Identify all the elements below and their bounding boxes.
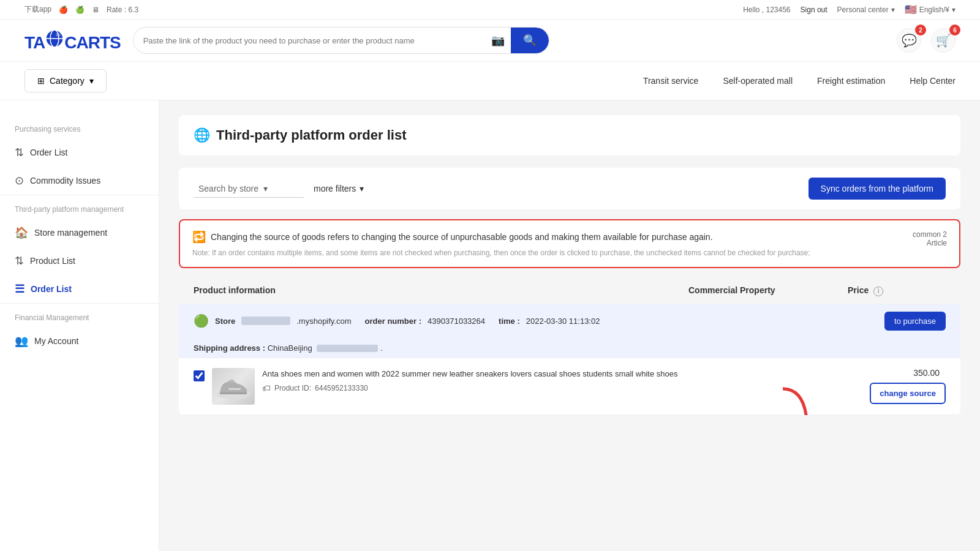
time-value: 2022-03-30 11:13:02 — [526, 317, 600, 326]
content-area: 🌐 Third-party platform order list Search… — [159, 100, 980, 551]
order-row-header-left: 🟢 Store .myshopify.com order number : 43… — [194, 313, 600, 328]
sidebar-section-title-thirdparty: Third-party platform management — [0, 200, 159, 219]
header-icons: 💬 2 🛒 6 — [897, 28, 956, 53]
nav-transit-service[interactable]: Transit service — [643, 66, 699, 96]
product-checkbox[interactable] — [194, 370, 205, 381]
alert-side-label2: Article — [913, 239, 947, 247]
alert-main: 🔁 Changing the source of goods refers to… — [192, 230, 900, 257]
sidebar-section-title-purchasing: Purchasing services — [0, 120, 159, 138]
svg-point-4 — [56, 33, 61, 37]
alert-side-label1: common 2 — [913, 230, 947, 239]
product-image — [212, 368, 255, 405]
page-title-row: 🌐 Third-party platform order list — [179, 115, 960, 156]
store-domain: .myshopify.com — [296, 317, 351, 326]
store-management-icon: 🏠 — [15, 226, 28, 239]
col-commercial-property: Commercial Property — [688, 285, 848, 296]
flag-icon: 🇺🇸 — [905, 4, 917, 15]
message-icon-badge[interactable]: 💬 2 — [897, 28, 921, 53]
main-layout: Purchasing services ⇅ Order List ⊙ Commo… — [0, 100, 980, 551]
shipping-blur — [317, 345, 378, 352]
nav-links: Transit service Self-operated mall Freig… — [643, 66, 956, 96]
sign-out-link[interactable]: Sign out — [801, 6, 827, 14]
product-id-row: 🏷 Product ID: 6445952133330 — [262, 383, 688, 393]
sidebar-item-my-account[interactable]: 👥 My Account — [0, 327, 159, 355]
download-app-label[interactable]: 下载app — [24, 4, 51, 15]
svg-rect-6 — [228, 388, 241, 390]
logo-ta: TA — [24, 33, 45, 52]
order-list-icon: ⇅ — [15, 146, 24, 159]
col-price: Price i — [848, 285, 946, 296]
table-header: Product information Commercial Property … — [179, 278, 960, 304]
logo[interactable]: TACARTS — [24, 29, 121, 53]
to-purchase-button[interactable]: to purchase — [884, 312, 946, 331]
chevron-down-icon: ▾ — [891, 6, 895, 14]
category-label: Category — [50, 76, 85, 86]
alert-title: 🔁 Changing the source of goods refers to… — [192, 230, 900, 244]
sidebar-item-product-list[interactable]: ⇅ Product List — [0, 247, 159, 275]
grid-icon: ⊞ — [37, 76, 45, 86]
search-button[interactable]: 🔍 — [511, 28, 549, 53]
page-title: Third-party platform order list — [216, 127, 406, 143]
alert-side: common 2 Article — [900, 230, 947, 247]
top-bar-right: Hello , 123456 Sign out Personal center … — [743, 4, 956, 15]
page-globe-icon: 🌐 — [194, 127, 210, 143]
sidebar-item-order-list[interactable]: ⇅ Order List — [0, 138, 159, 167]
cart-icon-badge[interactable]: 🛒 6 — [931, 28, 956, 53]
logo-carts: CARTS — [64, 33, 120, 52]
nav-self-operated-mall[interactable]: Self-operated mall — [723, 66, 793, 96]
chevron-down-store: ▾ — [263, 184, 268, 193]
sidebar: Purchasing services ⇅ Order List ⊙ Commo… — [0, 100, 159, 551]
search-bar: 📷 🔍 — [133, 27, 549, 54]
chevron-down-filters: ▾ — [360, 184, 364, 193]
alert-content: 🔁 Changing the source of goods refers to… — [192, 230, 947, 257]
order-row-header: 🟢 Store .myshopify.com order number : 43… — [179, 304, 960, 339]
more-filters-label: more filters — [314, 184, 356, 193]
chevron-down-icon2: ▾ — [952, 6, 956, 14]
shoe-svg — [215, 371, 252, 402]
nav-bar: ⊞ Category ▾ Transit service Self-operat… — [0, 62, 980, 100]
alert-note: Note: If an order contains multiple item… — [192, 249, 900, 257]
store-name-blur — [241, 317, 290, 325]
sidebar-item-commodity-issues[interactable]: ⊙ Commodity Issues — [0, 167, 159, 195]
time-label: time : — [499, 317, 520, 326]
product-name: Anta shoes men and women with 2022 summe… — [262, 368, 688, 380]
store-select-label: Search by store — [198, 184, 258, 193]
store-label: Store — [215, 317, 235, 326]
product-row: Anta shoes men and women with 2022 summe… — [179, 358, 960, 415]
sidebar-section-title-financial: Financial Management — [0, 309, 159, 327]
col-product-info: Product information — [194, 285, 688, 296]
change-source-button[interactable]: change source — [870, 383, 946, 404]
cart-badge: 6 — [949, 24, 960, 36]
more-filters-button[interactable]: more filters ▾ — [314, 184, 364, 193]
price-value: 350.00 — [913, 368, 946, 378]
logo-globe-icon — [45, 29, 64, 48]
red-arrow-indicator — [746, 383, 820, 415]
personal-center-link[interactable]: Personal center ▾ — [837, 6, 895, 14]
greeting-label: Hello , 123456 — [743, 6, 790, 14]
apple-icon: 🍎 — [59, 6, 68, 14]
nav-freight-estimation[interactable]: Freight estimation — [817, 66, 885, 96]
search-input[interactable] — [134, 30, 485, 51]
logo-text: TACARTS — [24, 29, 121, 53]
top-bar-left: 下载app 🍎 🍏 🖥 Rate : 6.3 — [24, 4, 138, 15]
sidebar-item-order-list-third[interactable]: ☰ Order List — [0, 275, 159, 303]
camera-button[interactable]: 📷 — [485, 29, 511, 52]
monitor-icon: 🖥 — [92, 6, 99, 14]
language-selector[interactable]: 🇺🇸 English/¥ ▾ — [905, 4, 956, 15]
shipping-value: ChinaBeijing — [268, 343, 312, 353]
header: TACARTS 📷 🔍 💬 2 🛒 6 — [0, 20, 980, 62]
sidebar-item-store-management[interactable]: 🏠 Store management — [0, 219, 159, 247]
store-logo-icon: 🟢 — [194, 313, 209, 328]
alert-icon: 🔁 — [192, 230, 206, 244]
product-id-label: Product ID: — [274, 384, 311, 392]
store-select-dropdown[interactable]: Search by store ▾ — [194, 180, 304, 198]
sync-orders-button[interactable]: Sync orders from the platform — [809, 178, 946, 200]
product-details: Anta shoes men and women with 2022 summe… — [262, 368, 688, 394]
price-info-icon[interactable]: i — [873, 287, 883, 296]
category-button[interactable]: ⊞ Category ▾ — [24, 69, 107, 92]
product-id-icon: 🏷 — [262, 383, 271, 393]
product-id-value: 6445952133330 — [315, 384, 368, 392]
nav-help-center[interactable]: Help Center — [910, 66, 956, 96]
chevron-down-icon3: ▾ — [89, 76, 94, 86]
alert-box: 🔁 Changing the source of goods refers to… — [179, 219, 960, 268]
